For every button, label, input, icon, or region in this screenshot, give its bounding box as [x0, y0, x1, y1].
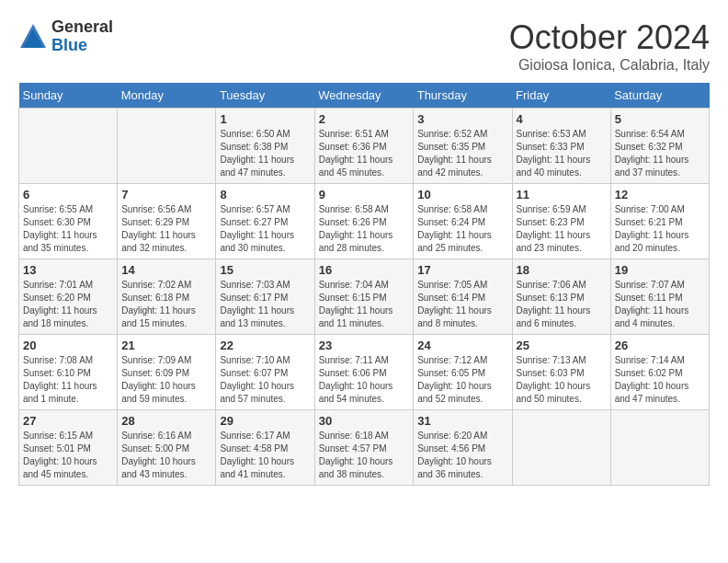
day-number: 27 — [23, 414, 113, 428]
day-number: 22 — [220, 339, 310, 352]
calendar-cell: 21Sunrise: 7:09 AM Sunset: 6:09 PM Dayli… — [118, 335, 216, 410]
calendar-cell: 19Sunrise: 7:07 AM Sunset: 6:11 PM Dayli… — [610, 259, 709, 335]
day-number: 31 — [417, 414, 507, 428]
calendar-cell: 6Sunrise: 6:55 AM Sunset: 6:30 PM Daylig… — [19, 184, 118, 259]
calendar-week-row: 1Sunrise: 6:50 AM Sunset: 6:38 PM Daylig… — [19, 109, 710, 184]
day-info: Sunrise: 7:13 AM Sunset: 6:03 PM Dayligh… — [517, 354, 607, 406]
day-number: 13 — [23, 263, 113, 277]
day-number: 28 — [121, 414, 211, 428]
location: Gioiosa Ionica, Calabria, Italy — [509, 57, 710, 74]
calendar-cell — [610, 410, 709, 486]
day-info: Sunrise: 6:56 AM Sunset: 6:29 PM Dayligh… — [121, 203, 211, 255]
day-number: 24 — [417, 339, 507, 352]
day-info: Sunrise: 6:58 AM Sunset: 6:24 PM Dayligh… — [417, 203, 507, 255]
day-info: Sunrise: 7:14 AM Sunset: 6:02 PM Dayligh… — [615, 354, 705, 406]
day-number: 8 — [220, 188, 310, 201]
day-number: 2 — [319, 112, 410, 126]
day-info: Sunrise: 6:18 AM Sunset: 4:57 PM Dayligh… — [319, 430, 410, 481]
logo: General Blue — [18, 18, 113, 55]
calendar-cell: 1Sunrise: 6:50 AM Sunset: 6:38 PM Daylig… — [216, 109, 314, 184]
day-info: Sunrise: 7:01 AM Sunset: 6:20 PM Dayligh… — [23, 279, 113, 330]
calendar-header-row: SundayMondayTuesdayWednesdayThursdayFrid… — [19, 83, 710, 109]
day-number: 1 — [220, 112, 310, 126]
logo-blue: Blue — [51, 37, 113, 55]
calendar-cell: 13Sunrise: 7:01 AM Sunset: 6:20 PM Dayli… — [19, 259, 118, 335]
calendar-cell: 10Sunrise: 6:58 AM Sunset: 6:24 PM Dayli… — [414, 184, 512, 259]
calendar-cell — [19, 109, 118, 184]
day-info: Sunrise: 6:17 AM Sunset: 4:58 PM Dayligh… — [220, 430, 310, 481]
calendar-cell: 17Sunrise: 7:05 AM Sunset: 6:14 PM Dayli… — [414, 259, 512, 335]
day-number: 30 — [319, 414, 410, 428]
calendar-cell: 4Sunrise: 6:53 AM Sunset: 6:33 PM Daylig… — [512, 109, 610, 184]
day-number: 29 — [220, 414, 310, 428]
day-info: Sunrise: 6:50 AM Sunset: 6:38 PM Dayligh… — [220, 128, 310, 179]
day-info: Sunrise: 7:06 AM Sunset: 6:13 PM Dayligh… — [517, 279, 607, 330]
calendar-cell: 31Sunrise: 6:20 AM Sunset: 4:56 PM Dayli… — [414, 410, 512, 486]
day-number: 25 — [517, 339, 607, 352]
day-number: 23 — [319, 339, 410, 352]
day-number: 5 — [615, 112, 705, 126]
day-number: 21 — [121, 339, 211, 352]
day-number: 12 — [615, 188, 705, 201]
day-info: Sunrise: 6:51 AM Sunset: 6:36 PM Dayligh… — [319, 128, 410, 179]
calendar-cell: 7Sunrise: 6:56 AM Sunset: 6:29 PM Daylig… — [118, 184, 216, 259]
day-number: 20 — [23, 339, 113, 352]
day-info: Sunrise: 7:10 AM Sunset: 6:07 PM Dayligh… — [220, 354, 310, 406]
day-info: Sunrise: 6:54 AM Sunset: 6:32 PM Dayligh… — [615, 128, 705, 179]
day-number: 6 — [23, 188, 113, 201]
page-header: General Blue October 2024 Gioiosa Ionica… — [18, 18, 710, 74]
day-info: Sunrise: 6:52 AM Sunset: 6:35 PM Dayligh… — [417, 128, 507, 179]
day-info: Sunrise: 6:53 AM Sunset: 6:33 PM Dayligh… — [517, 128, 607, 179]
calendar-cell: 9Sunrise: 6:58 AM Sunset: 6:26 PM Daylig… — [314, 184, 414, 259]
month-title: October 2024 — [509, 18, 710, 57]
day-info: Sunrise: 7:02 AM Sunset: 6:18 PM Dayligh… — [121, 279, 211, 330]
day-info: Sunrise: 7:05 AM Sunset: 6:14 PM Dayligh… — [417, 279, 507, 330]
calendar-cell — [512, 410, 610, 486]
day-number: 14 — [121, 263, 211, 277]
day-info: Sunrise: 6:58 AM Sunset: 6:26 PM Dayligh… — [319, 203, 410, 255]
title-section: October 2024 Gioiosa Ionica, Calabria, I… — [509, 18, 710, 74]
calendar-cell: 15Sunrise: 7:03 AM Sunset: 6:17 PM Dayli… — [216, 259, 314, 335]
calendar-cell: 30Sunrise: 6:18 AM Sunset: 4:57 PM Dayli… — [314, 410, 414, 486]
calendar-cell: 28Sunrise: 6:16 AM Sunset: 5:00 PM Dayli… — [118, 410, 216, 486]
calendar-week-row: 6Sunrise: 6:55 AM Sunset: 6:30 PM Daylig… — [19, 184, 710, 259]
calendar-cell: 3Sunrise: 6:52 AM Sunset: 6:35 PM Daylig… — [414, 109, 512, 184]
day-number: 7 — [121, 188, 211, 201]
day-info: Sunrise: 6:55 AM Sunset: 6:30 PM Dayligh… — [23, 203, 113, 255]
calendar-cell: 27Sunrise: 6:15 AM Sunset: 5:01 PM Dayli… — [19, 410, 118, 486]
calendar-cell: 26Sunrise: 7:14 AM Sunset: 6:02 PM Dayli… — [610, 335, 709, 410]
calendar-cell: 12Sunrise: 7:00 AM Sunset: 6:21 PM Dayli… — [610, 184, 709, 259]
day-number: 17 — [417, 263, 507, 277]
calendar-header-thursday: Thursday — [414, 83, 512, 109]
day-info: Sunrise: 7:03 AM Sunset: 6:17 PM Dayligh… — [220, 279, 310, 330]
calendar-cell: 5Sunrise: 6:54 AM Sunset: 6:32 PM Daylig… — [610, 109, 709, 184]
day-info: Sunrise: 6:16 AM Sunset: 5:00 PM Dayligh… — [121, 430, 211, 481]
day-info: Sunrise: 7:04 AM Sunset: 6:15 PM Dayligh… — [319, 279, 410, 330]
calendar-week-row: 20Sunrise: 7:08 AM Sunset: 6:10 PM Dayli… — [19, 335, 710, 410]
logo-general: General — [51, 18, 113, 37]
day-number: 19 — [615, 263, 705, 277]
day-number: 26 — [615, 339, 705, 352]
calendar-cell: 11Sunrise: 6:59 AM Sunset: 6:23 PM Dayli… — [512, 184, 610, 259]
calendar-header-saturday: Saturday — [610, 83, 709, 109]
day-number: 10 — [417, 188, 507, 201]
day-info: Sunrise: 7:12 AM Sunset: 6:05 PM Dayligh… — [417, 354, 507, 406]
day-info: Sunrise: 7:09 AM Sunset: 6:09 PM Dayligh… — [121, 354, 211, 406]
day-info: Sunrise: 7:11 AM Sunset: 6:06 PM Dayligh… — [319, 354, 410, 406]
day-info: Sunrise: 6:57 AM Sunset: 6:27 PM Dayligh… — [220, 203, 310, 255]
calendar-table: SundayMondayTuesdayWednesdayThursdayFrid… — [18, 83, 710, 486]
day-info: Sunrise: 7:07 AM Sunset: 6:11 PM Dayligh… — [615, 279, 705, 330]
calendar-header-monday: Monday — [118, 83, 216, 109]
day-number: 3 — [417, 112, 507, 126]
calendar-cell: 29Sunrise: 6:17 AM Sunset: 4:58 PM Dayli… — [216, 410, 314, 486]
day-number: 16 — [319, 263, 410, 277]
calendar-header-friday: Friday — [512, 83, 610, 109]
day-info: Sunrise: 7:00 AM Sunset: 6:21 PM Dayligh… — [615, 203, 705, 255]
day-number: 15 — [220, 263, 310, 277]
day-info: Sunrise: 6:15 AM Sunset: 5:01 PM Dayligh… — [23, 430, 113, 481]
day-number: 4 — [517, 112, 607, 126]
calendar-cell — [118, 109, 216, 184]
calendar-cell: 20Sunrise: 7:08 AM Sunset: 6:10 PM Dayli… — [19, 335, 118, 410]
day-info: Sunrise: 7:08 AM Sunset: 6:10 PM Dayligh… — [23, 354, 113, 406]
calendar-header-sunday: Sunday — [19, 83, 118, 109]
